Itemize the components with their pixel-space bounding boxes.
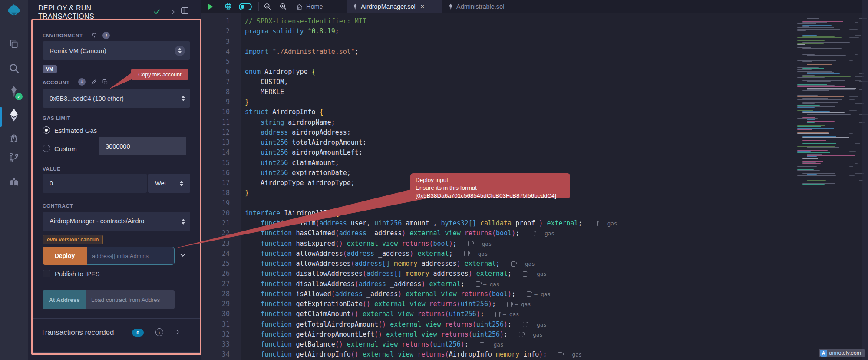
contract-stepper-icon [182,219,185,225]
deploy-run-panel: DEPLOY & RUN TRANSACTIONS ENVIRONMENT Re… [28,0,201,360]
editor-tab[interactable]: Home [290,0,347,13]
zoom-out-icon[interactable] [263,0,272,13]
code-line: 34 function getAirdropInfo() external vi… [201,350,799,360]
line-number: 23 [201,239,241,249]
expand-params-chevron-icon[interactable] [179,251,187,259]
transactions-expand-chevron-icon[interactable] [175,329,180,337]
value-amount: 0 [50,180,53,187]
run-script-icon[interactable] [207,0,214,13]
transactions-info-icon[interactable] [155,328,163,336]
line-number: 33 [201,340,241,350]
solidity-icon [353,3,358,10]
value-input[interactable]: 0 [43,174,147,193]
copy-account-icon[interactable] [102,79,108,85]
add-account-icon[interactable] [78,78,86,86]
line-number: 29 [201,299,241,309]
gas-pump-icon [495,312,500,317]
vm-badge: VM [43,65,57,73]
custom-gas-input[interactable]: 3000000 [99,137,186,155]
code-line: 22 function hasClaimed(address _address)… [201,228,799,238]
gas-pump-icon [519,332,523,337]
at-address-input[interactable]: Load contract from Addres [86,290,175,309]
line-number: 31 [201,320,241,330]
line-number: 25 [201,259,241,269]
text-cursor [145,218,145,225]
line-number: 30 [201,309,241,319]
remix-ide: ✓ DEPLOY & RUN TRANSACTIONS ENVIRONMENT [0,0,868,360]
deploy-run-icon[interactable] [8,108,20,122]
collapse-chevron-icon[interactable] [170,9,176,17]
gas-pump-icon [480,342,484,347]
estimated-gas-label: Estimated Gas [54,127,97,134]
value-unit-select[interactable]: Wei [148,174,190,193]
gas-pump-icon [523,322,527,327]
tab-label: AirdropManager.sol [361,3,416,10]
transactions-recorded-label: Transactions recorded [41,328,114,337]
scrollbar[interactable] [862,0,868,360]
gas-pump-icon [468,241,472,246]
line-number: 10 [201,107,241,117]
sign-message-icon[interactable] [91,79,97,85]
at-address-button[interactable]: At Address [43,290,86,309]
line-number: 28 [201,289,241,299]
plug-icon[interactable] [91,32,98,38]
copilot-toggle[interactable] [239,0,252,13]
solidity-compiler-icon[interactable]: ✓ [8,85,20,98]
divider [258,2,259,11]
estimated-gas-radio[interactable] [43,126,50,134]
environment-info-icon[interactable] [102,32,110,39]
close-tab-icon[interactable]: ✕ [420,3,425,10]
code-line: 12 address airdropAddress; [201,128,799,138]
search-icon[interactable] [8,62,20,75]
code-line: 30 function getClaimAmount() external vi… [201,309,799,319]
code-line: 21 function claim(address user, uint256 … [201,218,799,228]
custom-gas-label: Custom [54,145,77,152]
git-icon[interactable] [8,152,20,164]
home-icon [296,3,303,10]
deploy-params-input[interactable]: address[] initialAdmins [87,247,175,265]
gas-estimate-hint: – gas [507,299,531,309]
line-number: 11 [201,118,241,128]
gas-estimate-hint: – gas [531,228,554,238]
environment-stepper-icon[interactable] [175,46,185,56]
ai-assistant-icon[interactable] [223,0,233,13]
editor-tab[interactable]: Administrable.sol [443,0,521,13]
environment-select[interactable]: Remix VM (Cancun) [43,41,190,60]
code-line: 2pragma solidity ^0.8.19; [201,26,799,36]
editor-tab[interactable]: AirdropManager.sol✕ [347,0,442,13]
code-line: 31 function getTotalAirdropAmount() exte… [201,320,799,330]
deploy-button[interactable]: Deploy [43,247,87,265]
zoom-in-icon[interactable] [279,0,287,13]
gas-estimate-hint: – gas [527,289,551,299]
annotation-deploy-input: Deploy input Ensure its in this format [… [410,173,570,198]
minimap[interactable] [795,17,861,187]
debugger-icon[interactable] [8,132,20,144]
line-number: 17 [201,178,241,188]
tab-label: Home [306,3,323,10]
annotation-copy-account: Copy this account [131,69,188,80]
divider [347,2,347,11]
compile-success-badge: ✓ [15,93,23,100]
remix-logo-icon [5,2,23,22]
watermark: A annotely.com [819,349,865,357]
line-number: 7 [201,77,241,87]
line-number: 14 [201,148,241,158]
line-number: 3 [201,37,241,47]
value-label: VALUE [43,166,61,172]
transactions-count-badge: 0 [132,329,144,337]
contract-select[interactable]: AirdropManager - contracts/Airdro [43,212,190,231]
watermark-label: annotely.com [829,350,861,356]
pin-panel-icon[interactable] [181,7,189,16]
file-explorer-icon[interactable] [8,38,20,50]
code-line: 3 [201,37,799,47]
gas-pump-icon [531,231,535,236]
line-number: 20 [201,208,241,218]
learneth-icon[interactable] [8,176,20,188]
gas-estimate-hint: – gas [594,218,617,228]
publish-ipfs-checkbox[interactable] [43,270,50,277]
gas-pump-icon [558,352,562,357]
custom-gas-radio[interactable] [43,145,50,152]
account-select[interactable]: 0x5B3...eddC4 (100 ether) [43,89,190,108]
line-number: 8 [201,87,241,97]
code-line: 9} [201,97,799,107]
